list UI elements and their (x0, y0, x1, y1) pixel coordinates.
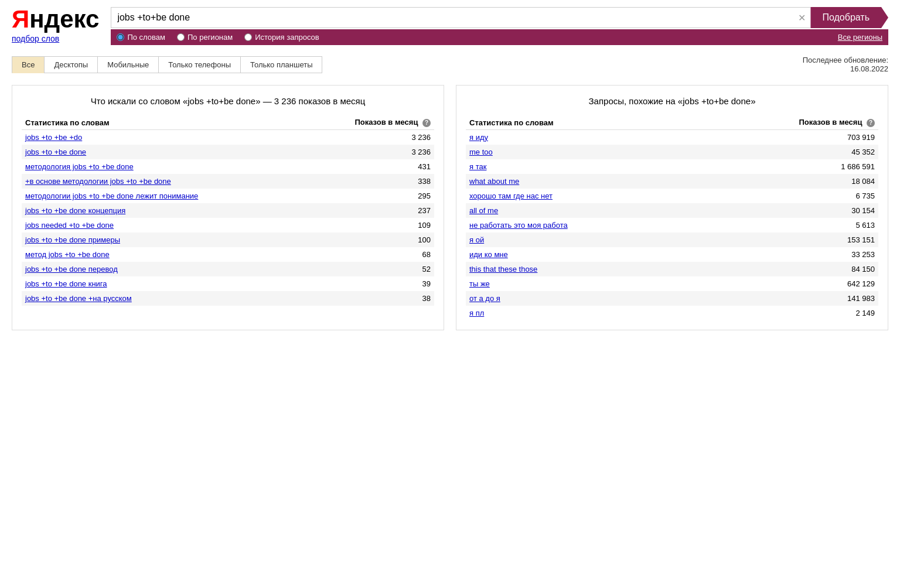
word-cell: jobs +to +be done концепция (22, 203, 304, 218)
word-cell: +в основе методологии jobs +to +be done (22, 174, 304, 189)
count-cell: 703 919 (697, 130, 878, 145)
tab-tablet[interactable]: Только планшеты (240, 56, 322, 73)
word-cell: jobs +to +be done перевод (22, 262, 304, 276)
count-cell: 84 150 (697, 262, 878, 276)
word-link[interactable]: ты же (469, 279, 490, 288)
word-link[interactable]: методология jobs +to +be done (25, 162, 134, 171)
word-link[interactable]: jobs +to +be done перевод (25, 265, 118, 274)
word-cell: метод jobs +to +be done (22, 247, 304, 262)
word-link[interactable]: jobs +to +be done концепция (25, 206, 125, 215)
word-cell: я ой (466, 233, 697, 247)
table-row: what about me 18 084 (466, 174, 878, 189)
tab-desktop[interactable]: Десктопы (44, 56, 97, 73)
word-link[interactable]: я так (469, 162, 486, 171)
word-link[interactable]: this that these those (469, 265, 537, 274)
radio-by-regions-label: По регионам (188, 33, 233, 42)
count-cell: 3 236 (304, 145, 434, 159)
word-link[interactable]: jobs +to +be done +на русском (25, 294, 132, 303)
word-link[interactable]: jobs needed +to +be done (25, 221, 114, 230)
search-input-wrap: ✕ (111, 7, 810, 28)
radio-by-words-label: По словам (127, 33, 165, 42)
word-cell: this that these those (466, 262, 697, 276)
word-link[interactable]: не работать это моя работа (469, 221, 568, 230)
word-link[interactable]: jobs +to +be done примеры (25, 235, 120, 244)
word-link[interactable]: хорошо там где нас нет (469, 192, 553, 200)
right-stats-table: Статистика по словам Показов в месяц ? я… (466, 115, 878, 320)
word-cell: jobs needed +to +be done (22, 218, 304, 233)
word-link[interactable]: jobs +to +be +do (25, 133, 82, 142)
search-area: ✕ Подобрать По словам По регионам Истори… (111, 7, 888, 45)
word-link[interactable]: от а до я (469, 294, 500, 303)
table-row: jobs +to +be done 3 236 (22, 145, 434, 159)
region-link[interactable]: Все регионы (838, 33, 882, 42)
table-row: ты же 642 129 (466, 276, 878, 291)
word-link[interactable]: я пл (469, 309, 484, 317)
word-link[interactable]: метод jobs +to +be done (25, 250, 110, 259)
word-cell: jobs +to +be done (22, 145, 304, 159)
table-row: jobs +to +be done книга 39 (22, 276, 434, 291)
word-link[interactable]: all of me (469, 206, 498, 215)
table-row: me too 45 352 (466, 145, 878, 159)
count-cell: 5 613 (697, 218, 878, 233)
word-link[interactable]: иди ко мне (469, 250, 508, 259)
word-cell: от а до я (466, 291, 697, 306)
table-row: методология jobs +to +be done 431 (22, 159, 434, 174)
word-cell: ты же (466, 276, 697, 291)
word-link[interactable]: +в основе методологии jobs +to +be done (25, 177, 171, 186)
word-cell: не работать это моя работа (466, 218, 697, 233)
count-cell: 68 (304, 247, 434, 262)
count-cell: 2 149 (697, 306, 878, 320)
logo-subtitle-link[interactable]: подбор слов (12, 34, 99, 43)
table-row: не работать это моя работа 5 613 (466, 218, 878, 233)
count-cell: 30 154 (697, 203, 878, 218)
count-cell: 52 (304, 262, 434, 276)
table-row: хорошо там где нас нет 6 735 (466, 189, 878, 203)
count-cell: 18 084 (697, 174, 878, 189)
word-link[interactable]: я иду (469, 133, 488, 142)
search-button[interactable]: Подобрать (810, 7, 888, 28)
help-icon-left[interactable]: ? (422, 119, 431, 127)
table-row: от а до я 141 983 (466, 291, 878, 306)
count-cell: 109 (304, 218, 434, 233)
word-cell: jobs +to +be done книга (22, 276, 304, 291)
table-row: +в основе методологии jobs +to +be done … (22, 174, 434, 189)
help-icon-right[interactable]: ? (867, 119, 875, 127)
count-cell: 642 129 (697, 276, 878, 291)
word-cell: all of me (466, 203, 697, 218)
count-cell: 295 (304, 189, 434, 203)
count-cell: 237 (304, 203, 434, 218)
tabs-row: Все Десктопы Мобильные Только телефоны Т… (0, 50, 900, 73)
word-link[interactable]: me too (469, 148, 493, 156)
tab-phone[interactable]: Только телефоны (158, 56, 240, 73)
radio-by-regions[interactable]: По регионам (177, 33, 233, 42)
word-link[interactable]: what about me (469, 177, 519, 186)
main-content: Что искали со словом «jobs +to+be done» … (0, 73, 900, 342)
word-cell: я иду (466, 130, 697, 145)
count-cell: 1 686 591 (697, 159, 878, 174)
word-cell: jobs +to +be done +на русском (22, 291, 304, 306)
search-input[interactable] (111, 7, 810, 28)
table-row: я ой 153 151 (466, 233, 878, 247)
table-row: я пл 2 149 (466, 306, 878, 320)
table-row: я иду 703 919 (466, 130, 878, 145)
word-link[interactable]: jobs +to +be done книга (25, 279, 107, 288)
right-panel: Запросы, похожие на «jobs +to+be done» С… (456, 85, 888, 330)
word-link[interactable]: методологии jobs +to +be done лежит пони… (25, 192, 198, 200)
left-panel: Что искали со словом «jobs +to+be done» … (12, 85, 444, 330)
search-bar: ✕ Подобрать (111, 7, 888, 28)
count-cell: 33 253 (697, 247, 878, 262)
logo-ya: Я (12, 5, 29, 33)
tab-all[interactable]: Все (12, 56, 44, 73)
radio-by-words[interactable]: По словам (117, 33, 165, 42)
search-clear-icon[interactable]: ✕ (798, 12, 806, 23)
radio-history[interactable]: История запросов (244, 33, 319, 42)
word-cell: jobs +to +be +do (22, 130, 304, 145)
logo: Яндекс (12, 7, 99, 32)
word-link[interactable]: jobs +to +be done (25, 148, 86, 156)
tab-mobile[interactable]: Мобильные (97, 56, 158, 73)
word-cell: методология jobs +to +be done (22, 159, 304, 174)
word-cell: методологии jobs +to +be done лежит пони… (22, 189, 304, 203)
word-link[interactable]: я ой (469, 235, 484, 244)
table-row: jobs +to +be +do 3 236 (22, 130, 434, 145)
word-cell: я так (466, 159, 697, 174)
